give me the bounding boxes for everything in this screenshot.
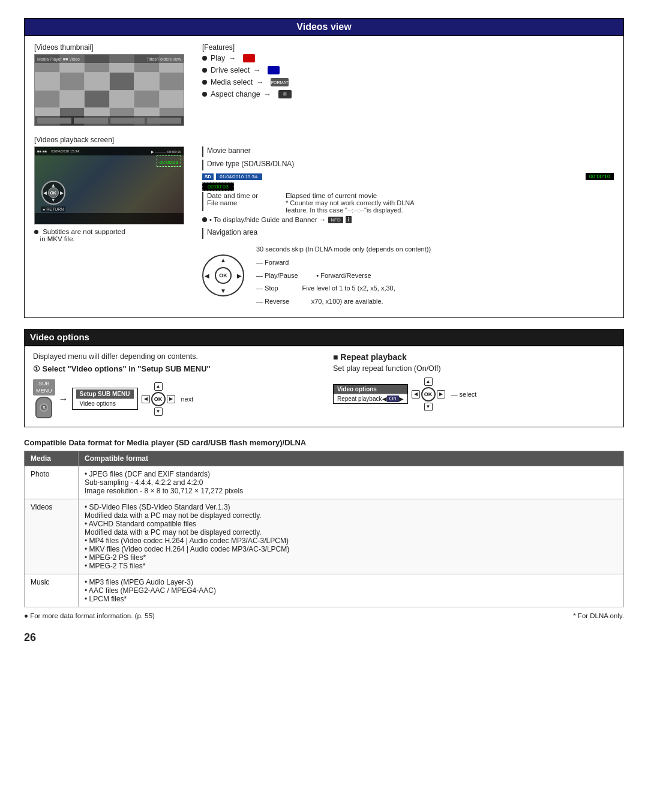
forward-label: — Forward [256, 257, 431, 269]
table-row: Music • MP3 files (MPEG Audio Layer-3) •… [25, 574, 624, 607]
arrow-right-icon: → [59, 394, 68, 404]
drive-type-label: Drive type (SD/USB/DLNA) [207, 160, 294, 168]
next-label: next [181, 395, 194, 403]
nav-arrows-2: ▲ ◀ OK ▶ ▼ [412, 377, 445, 411]
feature-media-select: Media select → FORMAT [202, 78, 614, 86]
counter-note2: feature. In this case "--:--:--"is displ… [286, 206, 415, 214]
compat-title: Compatible Data format for Media player … [24, 438, 624, 447]
footnote-left: ● For more data format information. (p. … [24, 612, 155, 619]
table-row: Photo • JPEG files (DCF and EXIF standar… [25, 466, 624, 499]
format-music: • MP3 files (MPEG Audio Layer-3) • AAC f… [79, 574, 624, 607]
feature-aspect-change: Aspect change → ⊞ [202, 90, 614, 98]
section-header-videos: Videos view [24, 18, 624, 36]
features-list: Play → Drive select → Media select → FOR… [202, 54, 614, 98]
subtitles-note: Subtitles are not supported in MKV file. [34, 228, 190, 242]
thumbnails-label: [Videos thumbnail] [34, 43, 190, 52]
select-instruction: ① Select "Video options" in "Setup SUB M… [33, 364, 315, 373]
video-options-box: Displayed menu will differ depending on … [24, 345, 624, 427]
col-format-header: Compatible format [79, 451, 624, 466]
reverse-label: Reverse [265, 298, 289, 305]
page-number: 26 [24, 631, 624, 644]
videos-view-box: [Videos thumbnail] Media Player ■■ Video… [24, 36, 624, 318]
elapsed-time-label: Elapsed time of current movie [286, 192, 415, 199]
repeat-heading: Repeat playback [333, 352, 615, 362]
displayed-note: Displayed menu will differ depending on … [33, 352, 315, 361]
footnotes: ● For more data format information. (p. … [24, 612, 624, 619]
media-photo: Photo [25, 466, 79, 499]
format-photo: • JPEG files (DCF and EXIF standards) Su… [79, 466, 624, 499]
play-pause-label: — Play/Pause • Forward/Reverse [256, 270, 431, 282]
footnote-right: * For DLNA only. [573, 612, 624, 619]
file-name-label: File name [207, 199, 258, 206]
nav-area-label: Navigation area [207, 228, 257, 236]
counter-note: * Counter may not work correctly with DL… [286, 199, 415, 206]
date-time-label: Date and time or [207, 192, 258, 199]
repeat-menu-box: Video options Repeat playback ◀ On ▶ [333, 384, 408, 404]
skip-30s-label: 30 seconds skip (In DLNA mode only (depe… [256, 244, 431, 256]
setup-sub-menu-box: Setup SUB MENU Video options [72, 388, 138, 410]
guide-banner-label: • To display/hide Guide and Banner → [209, 216, 326, 223]
col-media-header: Media [25, 451, 79, 466]
compat-table: Media Compatible format Photo • JPEG fil… [24, 451, 624, 607]
repeat-note: Set play repeat function (On/Off) [333, 364, 615, 373]
movie-banner-label: Movie banner [207, 146, 251, 155]
format-videos: • SD-Video Files (SD-Video Standard Ver.… [79, 499, 624, 574]
table-row: Videos • SD-Video Files (SD-Video Standa… [25, 499, 624, 574]
feature-play: Play → [202, 54, 614, 62]
playback-label: [Videos playback screen] [34, 136, 614, 144]
playback-mockup: ■■ ■■ 01/04/2010 15:34: ▶ ——— 00:00:10 0… [34, 146, 184, 224]
stop-label: Stop [265, 284, 278, 292]
feature-drive-select: Drive select → [202, 66, 614, 74]
media-videos: Videos [25, 499, 79, 574]
thumbnail-mockup: Media Player ■■ Video Titles/Folders vie… [34, 54, 184, 126]
playback-section: [Videos playback screen] ■■ ■■ 01/04/201… [34, 136, 614, 308]
submenu-diagram: SUBMENU S → Setup SUB MENU Video options… [33, 379, 315, 418]
repeat-diagram: Video options Repeat playback ◀ On ▶ ▲ ◀… [333, 377, 615, 411]
video-options-header: Video options [24, 329, 624, 345]
select-label: — select [451, 391, 477, 398]
features-label: [Features] [202, 43, 614, 52]
nav-arrows-1: ▲ ◀ OK ▶ ▼ [142, 382, 175, 416]
media-music: Music [25, 574, 79, 607]
